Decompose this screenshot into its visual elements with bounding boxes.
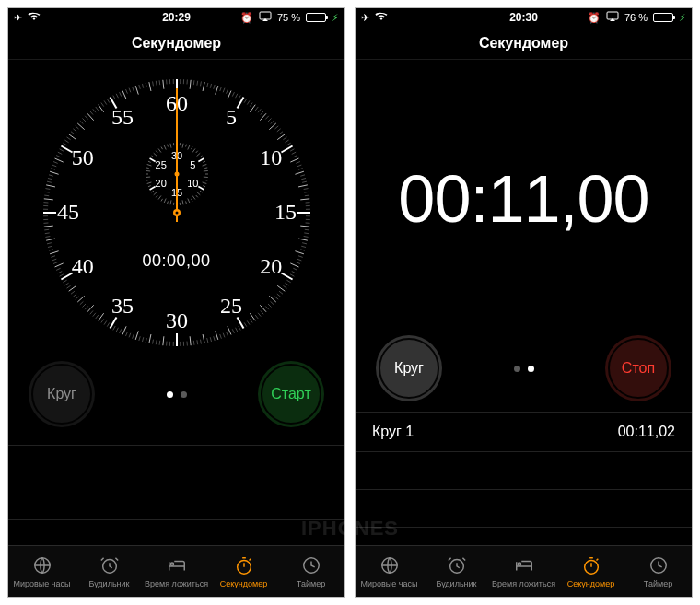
- svg-line-176: [44, 229, 49, 230]
- svg-line-111: [210, 337, 211, 342]
- svg-line-204: [66, 137, 70, 140]
- svg-line-52: [302, 181, 307, 182]
- svg-line-148: [89, 310, 92, 314]
- svg-text:25: 25: [155, 159, 166, 170]
- svg-line-108: [219, 334, 221, 339]
- svg-line-136: [125, 332, 127, 336]
- svg-line-140: [112, 326, 114, 330]
- svg-line-127: [156, 340, 157, 344]
- stopwatch-icon: [580, 555, 602, 577]
- svg-line-226: [125, 89, 127, 94]
- status-bar: ✈︎ 20:29 ⏰ 75 % ⚡︎: [8, 8, 344, 27]
- svg-line-216: [95, 107, 98, 111]
- svg-line-222: [112, 96, 114, 99]
- airplane-icon: ✈︎: [361, 12, 369, 24]
- start-button[interactable]: Старт: [258, 361, 324, 427]
- svg-line-135: [129, 333, 131, 338]
- tab-label: Будильник: [436, 579, 476, 588]
- tab-bar: Мировые часыБудильникВремя ложитьсяСекун…: [8, 545, 344, 597]
- tab-label: Время ложиться: [145, 579, 208, 588]
- svg-line-73: [295, 251, 304, 254]
- tab-мировые-часы[interactable]: Мировые часы: [356, 546, 423, 597]
- svg-line-87: [276, 294, 280, 297]
- svg-line-80: [290, 274, 294, 276]
- svg-line-106: [226, 332, 228, 336]
- svg-line-133: [135, 331, 138, 340]
- tab-таймер[interactable]: Таймер: [624, 546, 692, 597]
- tab-label: Таймер: [297, 579, 325, 588]
- tab-секундомер[interactable]: Секундомер: [210, 546, 277, 597]
- svg-line-45: [290, 158, 298, 162]
- tab-будильник[interactable]: Будильник: [76, 546, 143, 597]
- lap-button[interactable]: Круг: [29, 361, 95, 427]
- svg-line-41: [281, 146, 292, 153]
- svg-line-170: [48, 250, 52, 250]
- airplay-icon: [259, 11, 272, 24]
- svg-line-50: [300, 175, 305, 176]
- start-button-label: Старт: [271, 386, 310, 402]
- svg-line-297: [146, 177, 150, 178]
- page-indicator[interactable]: [514, 366, 534, 372]
- lap-row: Круг 1 00:11,02: [356, 412, 692, 452]
- svg-text:45: 45: [57, 200, 79, 224]
- svg-line-262: [200, 156, 202, 157]
- svg-line-67: [304, 233, 309, 234]
- svg-line-28: [260, 111, 262, 115]
- svg-line-134: [132, 334, 134, 339]
- svg-line-192: [48, 175, 52, 176]
- svg-line-16: [226, 89, 228, 94]
- stop-button[interactable]: Стоп: [605, 335, 671, 401]
- svg-line-30: [265, 116, 268, 120]
- page-indicator[interactable]: [167, 391, 187, 398]
- svg-line-273: [198, 187, 204, 191]
- svg-line-13: [215, 86, 217, 95]
- tab-время-ложиться[interactable]: Время ложиться: [490, 546, 557, 597]
- svg-line-224: [119, 92, 121, 97]
- tab-будильник[interactable]: Будильник: [423, 546, 490, 597]
- tab-мировые-часы[interactable]: Мировые часы: [8, 546, 76, 597]
- svg-line-72: [300, 250, 305, 250]
- svg-line-107: [223, 333, 225, 338]
- status-time: 20:29: [162, 11, 191, 24]
- analog-dial[interactable]: 60510152025303540455055 30510152025: [39, 75, 315, 351]
- svg-line-279: [187, 198, 189, 203]
- digital-readout: 00:11,00: [356, 161, 692, 237]
- svg-line-258: [191, 147, 192, 150]
- svg-line-125: [162, 336, 163, 345]
- svg-line-167: [52, 259, 56, 261]
- svg-line-290: [156, 195, 158, 197]
- svg-line-162: [59, 274, 63, 276]
- svg-text:30: 30: [166, 308, 188, 332]
- svg-line-131: [142, 337, 143, 342]
- alarm-clock-icon: [99, 555, 121, 577]
- svg-line-267: [203, 170, 207, 171]
- svg-line-280: [185, 201, 186, 204]
- svg-line-186: [44, 195, 49, 196]
- tab-секундомер[interactable]: Секундомер: [557, 546, 624, 597]
- status-time: 20:30: [509, 11, 538, 24]
- svg-line-255: [182, 144, 183, 148]
- tab-время-ложиться[interactable]: Время ложиться: [143, 546, 210, 597]
- svg-line-163: [57, 272, 61, 273]
- svg-line-105: [227, 326, 230, 334]
- svg-line-234: [152, 81, 153, 86]
- tab-label: Мировые часы: [361, 579, 418, 588]
- svg-line-132: [138, 336, 139, 341]
- svg-line-23: [247, 100, 250, 104]
- page-dot: [514, 366, 520, 372]
- svg-line-285: [169, 200, 170, 204]
- svg-line-20: [238, 96, 239, 99]
- svg-line-116: [193, 341, 194, 345]
- svg-text:10: 10: [260, 145, 282, 169]
- svg-line-237: [162, 80, 163, 89]
- svg-line-49: [295, 171, 304, 174]
- tab-label: Секундомер: [567, 579, 614, 588]
- svg-line-275: [196, 192, 200, 194]
- svg-line-44: [293, 156, 298, 157]
- svg-line-266: [204, 168, 207, 169]
- tab-bar: Мировые часыБудильникВремя ложитьсяСекун…: [356, 545, 692, 597]
- tab-таймер[interactable]: Таймер: [277, 546, 344, 597]
- lap-button[interactable]: Круг: [376, 335, 442, 401]
- svg-line-164: [56, 268, 61, 270]
- svg-line-265: [202, 164, 206, 166]
